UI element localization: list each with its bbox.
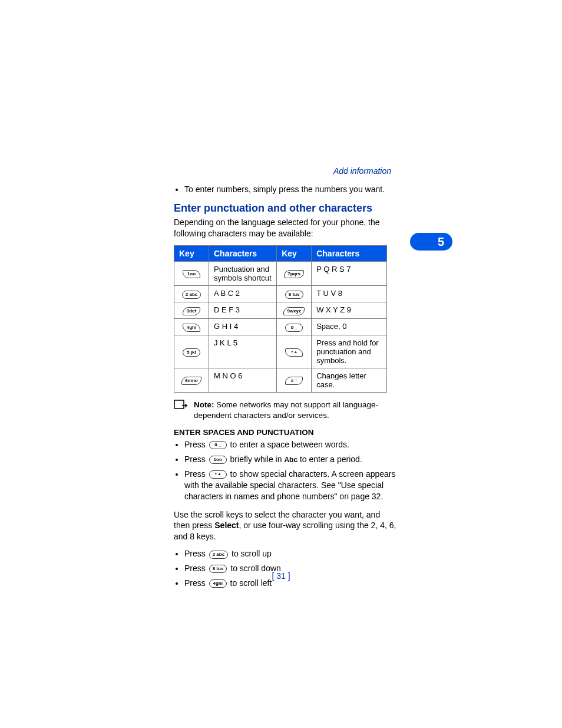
characters-table: Key Characters Key Characters 1oo Punctu… bbox=[174, 245, 387, 393]
table-row: 3def D E F 3 9wxyz W X Y Z 9 bbox=[174, 302, 387, 318]
scroll-list: Press 2 abc to scroll up Press 8 tuv to … bbox=[174, 548, 398, 589]
key-4-icon: 4ghi bbox=[183, 324, 200, 332]
page-content: To enter numbers, simply press the numbe… bbox=[174, 184, 398, 596]
chars-cell: W X Y Z 9 bbox=[312, 302, 387, 318]
note-label: Note: bbox=[194, 400, 214, 409]
note-text: Note: Some networks may not support all … bbox=[194, 400, 398, 421]
spaces-list: Press 0 _ to enter a space between words… bbox=[174, 439, 398, 502]
key-9-icon: 9wxyz bbox=[283, 307, 305, 315]
spaces-bullet-3: Press * + to show special characters. A … bbox=[184, 469, 398, 502]
note-icon bbox=[174, 400, 189, 413]
svg-rect-0 bbox=[174, 400, 184, 409]
th-key-2: Key bbox=[277, 245, 312, 261]
key-2-inline-icon: 2 abc bbox=[209, 551, 228, 559]
key-1-inline-icon: 1oo bbox=[209, 456, 227, 464]
spaces-heading: ENTER SPACES AND PUNCTUATION bbox=[174, 428, 398, 437]
text: Press bbox=[184, 469, 208, 479]
page-number: [ 31 ] bbox=[0, 571, 562, 581]
scroll-bullet-1: Press 2 abc to scroll up bbox=[184, 548, 398, 559]
key-0-icon: 0 _ bbox=[285, 324, 303, 332]
chars-cell: A B C 2 bbox=[209, 285, 277, 302]
text: Press bbox=[184, 549, 208, 558]
key-6-icon: 6mno bbox=[181, 377, 201, 385]
table-row: 1oo Punctuation and symbols shortcut 7pq… bbox=[174, 261, 387, 285]
key-8-icon: 8 tuv bbox=[285, 291, 303, 299]
key-1-icon: 1oo bbox=[183, 270, 200, 278]
table-row: 5 jkl J K L 5 * + Press and hold for pun… bbox=[174, 335, 387, 368]
chars-cell: J K L 5 bbox=[209, 335, 277, 368]
select-label: Select bbox=[214, 521, 239, 530]
th-chars-1: Characters bbox=[209, 245, 277, 261]
chars-cell: Space, 0 bbox=[312, 318, 387, 335]
intro-list: To enter numbers, simply press the numbe… bbox=[174, 184, 398, 195]
chars-cell: P Q R S 7 bbox=[312, 261, 387, 285]
chars-cell: M N O 6 bbox=[209, 368, 277, 392]
text: Press bbox=[184, 440, 208, 449]
chars-cell: G H I 4 bbox=[209, 318, 277, 335]
text: briefly while in bbox=[228, 454, 285, 464]
text: to enter a period. bbox=[297, 454, 362, 464]
intro-bullet: To enter numbers, simply press the numbe… bbox=[184, 184, 398, 195]
chars-cell: D E F 3 bbox=[209, 302, 277, 318]
abc-mode-icon: Abc bbox=[284, 456, 297, 464]
key-7-icon: 7pqrs bbox=[284, 270, 304, 278]
note-block: Note: Some networks may not support all … bbox=[174, 400, 398, 421]
scroll-intro: Use the scroll keys to select the charac… bbox=[174, 509, 398, 543]
th-chars-2: Characters bbox=[312, 245, 387, 261]
key-0-inline-icon: 0 _ bbox=[209, 441, 227, 449]
key-star-inline-icon: * + bbox=[209, 470, 227, 479]
chars-cell: Changes letter case. bbox=[312, 368, 387, 392]
key-star-icon: * + bbox=[285, 348, 303, 357]
text: Press bbox=[184, 454, 208, 464]
key-5-icon: 5 jkl bbox=[183, 348, 200, 357]
chars-cell: Press and hold for punctuation and symbo… bbox=[312, 335, 387, 368]
key-hash-icon: # ↑ bbox=[285, 377, 303, 385]
key-4-inline-icon: 4ghi bbox=[209, 579, 227, 588]
chapter-tab: 5 bbox=[410, 233, 452, 251]
table-row: 4ghi G H I 4 0 _ Space, 0 bbox=[174, 318, 387, 335]
spaces-bullet-1: Press 0 _ to enter a space between words… bbox=[184, 439, 398, 450]
table-row: 6mno M N O 6 # ↑ Changes letter case. bbox=[174, 368, 387, 392]
section-heading: Enter punctuation and other characters bbox=[174, 202, 398, 215]
text: to enter a space between words. bbox=[228, 440, 349, 449]
key-3-icon: 3def bbox=[183, 307, 200, 315]
chars-cell: Punctuation and symbols shortcut bbox=[209, 261, 277, 285]
note-body: Some networks may not support all langua… bbox=[194, 400, 378, 420]
key-2-icon: 2 abc bbox=[182, 291, 201, 299]
table-row: 2 abc A B C 2 8 tuv T U V 8 bbox=[174, 285, 387, 302]
header-section-link[interactable]: Add information bbox=[333, 166, 391, 176]
text: to scroll up bbox=[229, 549, 272, 558]
chars-cell: T U V 8 bbox=[312, 285, 387, 302]
spaces-bullet-2: Press 1oo briefly while in Abc to enter … bbox=[184, 454, 398, 465]
section-intro: Depending on the language selected for y… bbox=[174, 217, 398, 239]
th-key-1: Key bbox=[174, 245, 209, 261]
